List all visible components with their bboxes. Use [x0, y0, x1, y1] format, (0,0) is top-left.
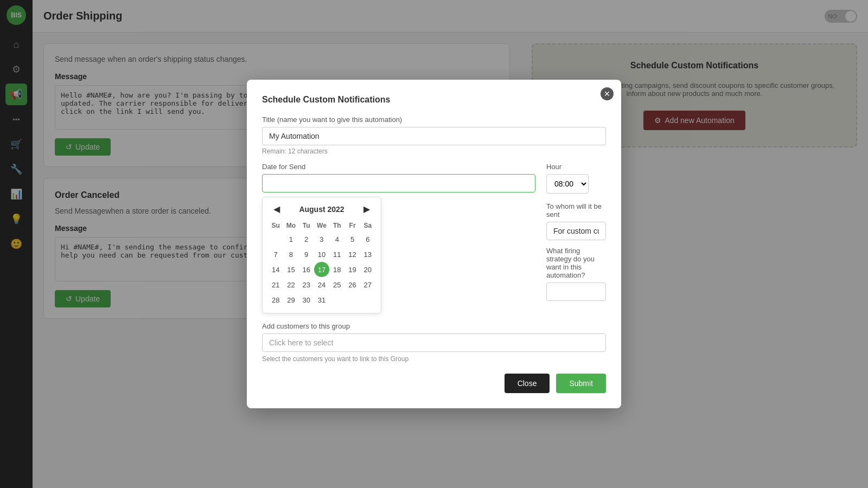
calendar-day[interactable]: 9 — [299, 247, 314, 262]
calendar-day[interactable]: 15 — [283, 262, 298, 277]
title-field-label: Title (name you want to give this automa… — [262, 115, 606, 124]
select-customers-button[interactable]: Click here to select — [262, 333, 606, 352]
modal-overlay[interactable]: Schedule Custom Notifications ✕ Title (n… — [0, 0, 868, 488]
calendar-day[interactable]: 16 — [299, 262, 314, 277]
calendar-day[interactable]: 12 — [344, 247, 360, 262]
select-hint: Select the customers you want to link to… — [262, 355, 606, 363]
title-input[interactable] — [262, 127, 606, 145]
submit-button[interactable]: Submit — [556, 374, 606, 393]
add-customers-label: Add customers to this group — [262, 322, 606, 330]
cal-header-th: Th — [329, 220, 344, 232]
calendar-day — [344, 292, 360, 307]
calendar-day[interactable]: 6 — [360, 232, 375, 247]
cal-header-su: Su — [268, 220, 283, 232]
close-button[interactable]: Close — [505, 374, 550, 393]
calendar-day[interactable]: 17 — [314, 262, 329, 277]
cal-header-sa: Sa — [360, 220, 375, 232]
calendar-day[interactable]: 25 — [329, 277, 344, 292]
date-hour-row: Date for Send ◀ August 2022 ▶ Su Mo — [262, 163, 606, 313]
date-label: Date for Send — [262, 163, 535, 171]
add-customers-group: Add customers to this group Click here t… — [262, 322, 606, 363]
calendar-day[interactable]: 8 — [283, 247, 298, 262]
cal-header-mo: Mo — [283, 220, 298, 232]
cal-header-tu: Tu — [299, 220, 314, 232]
calendar-header: ◀ August 2022 ▶ — [268, 203, 375, 215]
calendar-day[interactable]: 1 — [283, 232, 298, 247]
date-group: Date for Send ◀ August 2022 ▶ Su Mo — [262, 163, 535, 313]
calendar-day[interactable]: 11 — [329, 247, 344, 262]
remain-text: Remain: 12 characters — [262, 147, 606, 155]
calendar-day[interactable]: 19 — [344, 262, 360, 277]
recipient-select[interactable]: For custom customer group — [546, 222, 606, 240]
calendar-day[interactable]: 10 — [314, 247, 329, 262]
calendar-day — [268, 232, 283, 247]
modal-title: Schedule Custom Notifications — [262, 95, 606, 105]
calendar-day[interactable]: 28 — [268, 292, 283, 307]
calendar-day[interactable]: 2 — [299, 232, 314, 247]
cal-next-button[interactable]: ▶ — [360, 203, 373, 215]
calendar-day[interactable]: 21 — [268, 277, 283, 292]
calendar-day[interactable]: 26 — [344, 277, 360, 292]
cal-month-label: August 2022 — [299, 205, 344, 214]
calendar-day[interactable]: 22 — [283, 277, 298, 292]
calendar-day[interactable]: 20 — [360, 262, 375, 277]
firing-select[interactable] — [546, 282, 606, 301]
calendar-day[interactable]: 18 — [329, 262, 344, 277]
calendar-day[interactable]: 5 — [344, 232, 360, 247]
cal-prev-button[interactable]: ◀ — [270, 203, 283, 215]
calendar-day[interactable]: 24 — [314, 277, 329, 292]
firing-label: What firing strategy do you want in this… — [546, 247, 606, 279]
date-input[interactable] — [262, 174, 535, 192]
calendar-day[interactable]: 30 — [299, 292, 314, 307]
calendar-day[interactable]: 27 — [360, 277, 375, 292]
calendar-day[interactable]: 3 — [314, 232, 329, 247]
calendar-day[interactable]: 4 — [329, 232, 344, 247]
calendar-day[interactable]: 31 — [314, 292, 329, 307]
calendar-day — [329, 292, 344, 307]
hour-label: Hour — [546, 163, 606, 171]
cal-header-we: We — [314, 220, 329, 232]
recipient-label: To whom will it be sent — [546, 202, 606, 219]
calendar-day[interactable]: 14 — [268, 262, 283, 277]
schedule-modal: Schedule Custom Notifications ✕ Title (n… — [247, 80, 621, 408]
hour-select-wrap: 08:00 09:00 10:00 — [546, 174, 606, 194]
calendar-day[interactable]: 23 — [299, 277, 314, 292]
cal-header-fr: Fr — [344, 220, 360, 232]
hour-select[interactable]: 08:00 09:00 10:00 — [546, 174, 589, 194]
hour-group: Hour 08:00 09:00 10:00 To whom will it b… — [546, 163, 606, 301]
calendar-day[interactable]: 29 — [283, 292, 298, 307]
calendar-day[interactable]: 7 — [268, 247, 283, 262]
calendar-day[interactable]: 13 — [360, 247, 375, 262]
modal-close-button[interactable]: ✕ — [601, 87, 614, 100]
calendar-day — [360, 292, 375, 307]
calendar-grid: Su Mo Tu We Th Fr Sa 1234567891011121314… — [268, 220, 375, 307]
calendar: ◀ August 2022 ▶ Su Mo Tu We Th — [262, 197, 381, 313]
modal-footer: Close Submit — [262, 374, 606, 393]
